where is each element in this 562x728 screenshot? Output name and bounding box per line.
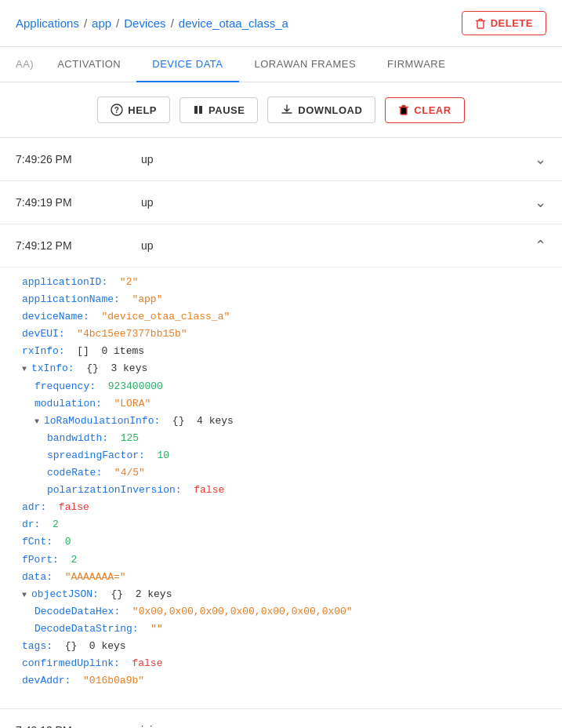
data-time-0: 7:49:26 PM xyxy=(16,153,94,166)
header: Applications / app / Devices / device_ot… xyxy=(0,0,562,47)
json-tags: tags: {} 0 keys xyxy=(22,638,540,655)
json-devAddr: devAddr: "016b0a9b" xyxy=(22,672,540,690)
data-direction-3: join xyxy=(141,724,158,728)
data-direction-2: up xyxy=(141,239,154,252)
json-deviceName: deviceName: "device_otaa_class_a" xyxy=(22,308,540,326)
data-direction-0: up xyxy=(141,153,154,166)
data-list: 7:49:26 PM up ⌄ 7:49:19 PM up ⌄ 7:49:12 … xyxy=(0,138,562,728)
chevron-0: ⌄ xyxy=(535,151,546,168)
chevron-3: ⌄ xyxy=(535,722,546,728)
delete-label: DELETE xyxy=(491,17,533,29)
breadcrumb-devices[interactable]: Devices xyxy=(124,16,165,30)
data-row-expanded-2: applicationID: "2" applicationName: "app… xyxy=(0,267,562,708)
data-row-left-1: 7:49:19 PM up xyxy=(16,196,154,209)
pause-icon xyxy=(193,104,204,115)
data-row-header-0[interactable]: 7:49:26 PM up ⌄ xyxy=(0,138,562,180)
breadcrumb-sep1: / xyxy=(84,16,87,30)
data-direction-1: up xyxy=(141,196,154,209)
chevron-1: ⌄ xyxy=(535,194,546,211)
json-modulation: modulation: "LORA" xyxy=(22,395,540,413)
data-time-1: 7:49:19 PM xyxy=(16,196,94,209)
json-spreadingFactor: spreadingFactor: 10 xyxy=(22,447,540,464)
json-txInfo: txInfo: {} 3 keys xyxy=(22,360,540,377)
breadcrumb-device: device_otaa_class_a xyxy=(179,16,288,30)
clear-button[interactable]: CLEAR xyxy=(385,97,464,123)
breadcrumb-applications[interactable]: Applications xyxy=(16,16,79,30)
help-icon: ? xyxy=(111,104,123,116)
breadcrumb-app[interactable]: app xyxy=(92,16,111,30)
delete-button[interactable]: DELETE xyxy=(462,11,546,35)
data-row-left-2: 7:49:12 PM up xyxy=(16,239,154,252)
download-button[interactable]: DOWNLOAD xyxy=(267,96,375,123)
data-time-2: 7:49:12 PM xyxy=(16,239,94,252)
delete-icon xyxy=(475,18,486,29)
data-row-0: 7:49:26 PM up ⌄ xyxy=(0,138,562,181)
json-frequency: frequency: 923400000 xyxy=(22,378,540,395)
breadcrumb: Applications / app / Devices / device_ot… xyxy=(16,16,288,30)
svg-text:?: ? xyxy=(114,106,120,115)
toolbar: ? HELP PAUSE DOWNLOAD CLEAR xyxy=(0,82,562,138)
pause-button[interactable]: PAUSE xyxy=(179,97,258,123)
json-polarizationInversion: polarizationInversion: false xyxy=(22,482,540,499)
json-fPort: fPort: 2 xyxy=(22,551,540,569)
json-bandwidth: bandwidth: 125 xyxy=(22,430,540,447)
json-loRaModulationInfo: loRaModulationInfo: {} 4 keys xyxy=(22,413,540,430)
tab-prev[interactable]: AA) xyxy=(16,47,42,82)
svg-rect-2 xyxy=(194,106,198,114)
json-rxInfo: rxInfo: [] 0 items xyxy=(22,343,540,360)
json-objectJSON: objectJSON: {} 2 keys xyxy=(22,586,540,603)
json-applicationID: applicationID: "2" xyxy=(22,274,540,291)
data-row-3: 7:49:12 PM join ⌄ xyxy=(0,709,562,728)
download-icon xyxy=(281,104,293,116)
tabs-bar: AA) ACTIVATION DEVICE DATA LORAWAN FRAME… xyxy=(0,47,562,82)
json-DecodeDataHex: DecodeDataHex: "0x00,0x00,0x00,0x00,0x00… xyxy=(22,603,540,621)
data-row-2: 7:49:12 PM up ⌃ applicationID: "2" appli… xyxy=(0,224,562,709)
tab-firmware[interactable]: FIRMWARE xyxy=(372,47,461,82)
data-time-3: 7:49:12 PM xyxy=(16,724,94,728)
tab-activation[interactable]: ACTIVATION xyxy=(42,47,136,82)
json-fCnt: fCnt: 0 xyxy=(22,533,540,551)
tab-device-data[interactable]: DEVICE DATA xyxy=(136,47,238,82)
tab-lorawan-frames[interactable]: LORAWAN FRAMES xyxy=(239,47,372,82)
json-data: data: "AAAAAAA=" xyxy=(22,569,540,586)
json-adr: adr: false xyxy=(22,499,540,516)
json-applicationName: applicationName: "app" xyxy=(22,291,540,308)
data-row-left-3: 7:49:12 PM join xyxy=(16,724,158,728)
json-devEUI: devEUI: "4bc15ee7377bb15b" xyxy=(22,326,540,343)
breadcrumb-sep2: / xyxy=(116,16,119,30)
json-DecodeDataString: DecodeDataString: "" xyxy=(22,621,540,638)
data-row-header-1[interactable]: 7:49:19 PM up ⌄ xyxy=(0,181,562,224)
json-codeRate: codeRate: "4/5" xyxy=(22,464,540,482)
svg-rect-3 xyxy=(199,106,202,114)
data-row-1: 7:49:19 PM up ⌄ xyxy=(0,181,562,224)
json-dr: dr: 2 xyxy=(22,516,540,533)
data-row-header-3[interactable]: 7:49:12 PM join ⌄ xyxy=(0,709,562,728)
json-confirmedUplink: confirmedUplink: false xyxy=(22,655,540,672)
breadcrumb-sep3: / xyxy=(171,16,174,30)
help-button[interactable]: ? HELP xyxy=(97,96,170,123)
data-row-left-0: 7:49:26 PM up xyxy=(16,153,154,166)
clear-icon xyxy=(398,104,409,115)
chevron-2: ⌃ xyxy=(535,237,546,254)
data-row-header-2[interactable]: 7:49:12 PM up ⌃ xyxy=(0,224,562,267)
